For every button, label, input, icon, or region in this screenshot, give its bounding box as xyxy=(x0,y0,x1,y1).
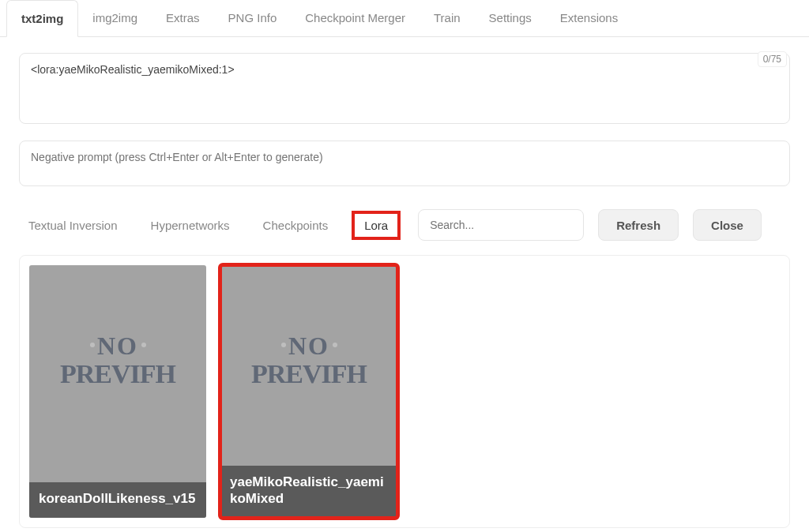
prompt-input[interactable] xyxy=(19,53,790,124)
main-content: 0/75 Textual Inversion Hypernetworks Che… xyxy=(0,37,809,532)
subtab-textual-inversion[interactable]: Textual Inversion xyxy=(19,212,127,238)
no-preview-placeholder: NO PREVIFH xyxy=(242,331,376,392)
lora-card-label: yaeMikoRealistic_yaemikoMixed xyxy=(220,466,397,519)
subtab-lora[interactable]: Lora xyxy=(352,211,401,240)
svg-point-7 xyxy=(333,343,337,347)
tab-train[interactable]: Train xyxy=(420,0,475,36)
no-preview-placeholder: NO PREVIFH xyxy=(51,331,185,392)
svg-text:PREVIFH: PREVIFH xyxy=(60,359,176,388)
search-input[interactable] xyxy=(418,209,584,241)
top-tabs: txt2img img2img Extras PNG Info Checkpoi… xyxy=(0,0,809,37)
lora-card-label: koreanDollLikeness_v15 xyxy=(29,482,206,518)
subtab-checkpoints[interactable]: Checkpoints xyxy=(254,212,338,238)
tab-checkpoint-merger[interactable]: Checkpoint Merger xyxy=(291,0,420,36)
prompt-wrapper: 0/75 xyxy=(19,53,790,126)
svg-text:PREVIFH: PREVIFH xyxy=(251,359,367,388)
svg-text:NO: NO xyxy=(97,332,138,360)
svg-point-3 xyxy=(141,343,146,347)
svg-point-6 xyxy=(281,343,286,347)
token-counter: 0/75 xyxy=(758,51,787,67)
tab-extras[interactable]: Extras xyxy=(152,0,214,36)
close-button[interactable]: Close xyxy=(693,209,762,241)
tab-settings[interactable]: Settings xyxy=(475,0,546,36)
negative-prompt-input[interactable] xyxy=(19,140,790,186)
extra-networks-toolbar: Textual Inversion Hypernetworks Checkpoi… xyxy=(19,209,790,241)
lora-card[interactable]: NO PREVIFH yaeMikoRealistic_yaemikoMixed xyxy=(220,265,397,518)
tab-extensions[interactable]: Extensions xyxy=(546,0,632,36)
tab-txt2img[interactable]: txt2img xyxy=(6,0,78,37)
lora-card-grid: NO PREVIFH koreanDollLikeness_v15 NO PRE… xyxy=(19,255,790,528)
negative-prompt-wrapper xyxy=(19,140,790,189)
lora-card[interactable]: NO PREVIFH koreanDollLikeness_v15 xyxy=(29,265,206,518)
refresh-button[interactable]: Refresh xyxy=(598,209,679,241)
svg-point-2 xyxy=(90,343,95,347)
svg-text:NO: NO xyxy=(288,332,329,360)
subtab-hypernetworks[interactable]: Hypernetworks xyxy=(141,212,239,238)
tab-img2img[interactable]: img2img xyxy=(78,0,152,36)
tab-png-info[interactable]: PNG Info xyxy=(214,0,292,36)
